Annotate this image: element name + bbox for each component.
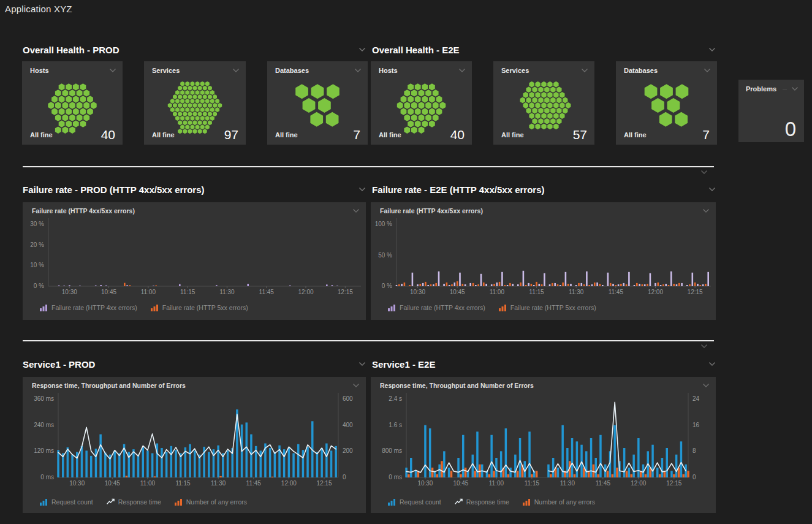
chevron-down-icon[interactable]	[359, 47, 366, 52]
chart-legend: Request countResponse timeNumber of any …	[40, 498, 247, 506]
svg-text:30 %: 30 %	[30, 221, 44, 227]
health-tile-databases-prod[interactable]: Databases All fine 7	[267, 61, 368, 145]
svg-text:11:45: 11:45	[246, 480, 262, 487]
svg-text:240 ms: 240 ms	[34, 422, 54, 428]
bar-chart-icon	[388, 304, 396, 311]
chevron-down-icon[interactable]	[708, 47, 716, 52]
bar-chart-icon	[40, 498, 48, 506]
section-title: Failure rate - E2E (HTTP 4xx/5xx errors)	[372, 184, 545, 195]
svg-text:12:15: 12:15	[666, 480, 681, 487]
svg-text:0 ms: 0 ms	[40, 474, 54, 480]
section-title: Failure rate - PROD (HTTP 4xx/5xx errors…	[23, 184, 205, 195]
status-label: All fine	[30, 131, 53, 139]
bar-chart-icon	[388, 498, 396, 506]
health-tiles-prod: Hosts All fine 40 Services All fine 97 D…	[22, 61, 368, 145]
health-tile-services-e2e[interactable]: Services All fine 57	[493, 61, 594, 145]
svg-text:1.6 s: 1.6 s	[389, 422, 402, 428]
failure-rate-chart[interactable]: 100 %50 %0 %10:3010:4511:0011:1511:3011:…	[371, 202, 716, 320]
problems-tile[interactable]: Problems 0	[738, 80, 804, 142]
chevron-down-icon[interactable]	[700, 170, 708, 175]
chevron-down-icon[interactable]	[791, 86, 799, 91]
section-header-service-prod: Service1 - PROD	[23, 359, 366, 370]
entity-count: 97	[224, 127, 238, 142]
bar-chart-icon	[523, 498, 531, 506]
legend-label: Failure rate (HTTP 4xx errors)	[51, 304, 137, 311]
chevron-down-icon[interactable]	[704, 68, 711, 73]
svg-text:10:45: 10:45	[453, 480, 468, 487]
svg-text:11:30: 11:30	[211, 480, 226, 487]
legend-item: Failure rate (HTTP 5xx errors)	[151, 304, 248, 311]
svg-text:0: 0	[343, 474, 346, 480]
section-header-health-e2e: Overall Health - E2E	[372, 44, 716, 55]
legend-label: Response time	[118, 498, 161, 506]
svg-text:0: 0	[692, 474, 696, 480]
svg-text:20 %: 20 %	[30, 241, 44, 248]
entity-count: 7	[353, 127, 360, 142]
section-header-health-prod: Overall Health - PROD	[23, 44, 366, 55]
svg-text:400: 400	[343, 422, 353, 428]
health-tile-services-prod[interactable]: Services All fine 97	[144, 61, 246, 145]
legend-item: Failure rate (HTTP 4xx errors)	[388, 304, 485, 311]
svg-text:360 ms: 360 ms	[34, 395, 54, 402]
tile-label: Services	[152, 67, 180, 74]
page-title: Application XYZ	[5, 4, 72, 14]
tile-label: Databases	[275, 67, 309, 74]
chevron-down-icon[interactable]	[359, 362, 366, 366]
entity-count: 57	[573, 127, 587, 142]
legend-item: Number of any errors	[523, 498, 595, 506]
legend-label: Failure rate (HTTP 5xx errors)	[162, 304, 248, 311]
health-tiles-e2e: Hosts All fine 40 Services All fine 57 D…	[371, 61, 717, 145]
health-tile-hosts-e2e[interactable]: Hosts All fine 40	[371, 61, 472, 145]
health-tile-databases-e2e[interactable]: Databases All fine 7	[616, 61, 717, 145]
svg-text:11:15: 11:15	[180, 289, 195, 295]
svg-text:120 ms: 120 ms	[34, 447, 54, 454]
legend-label: Failure rate (HTTP 5xx errors)	[510, 304, 596, 311]
bar-chart-icon	[40, 304, 48, 311]
chart-tile-failure-prod[interactable]: Failure rate (HTTP 4xx/5xx errors) 30 %2…	[23, 202, 366, 320]
svg-text:12:00: 12:00	[631, 480, 646, 487]
chevron-down-icon[interactable]	[708, 362, 716, 366]
chevron-down-icon[interactable]	[708, 187, 716, 192]
svg-text:10:30: 10:30	[410, 289, 425, 295]
svg-text:11:30: 11:30	[569, 289, 584, 295]
chevron-down-icon[interactable]	[581, 68, 588, 73]
line-chart-icon	[455, 498, 463, 506]
svg-text:10:45: 10:45	[105, 480, 120, 487]
line-chart-icon	[107, 498, 115, 506]
chevron-down-icon[interactable]	[359, 187, 366, 192]
legend-label: Number of any errors	[534, 498, 595, 506]
svg-text:12:15: 12:15	[688, 289, 703, 295]
status-label: All fine	[152, 131, 175, 139]
entity-count: 40	[450, 127, 465, 142]
section-header-service-e2e: Service1 - E2E	[372, 359, 716, 370]
section-title: Service1 - E2E	[372, 359, 435, 370]
chart-legend: Request countResponse timeNumber of any …	[388, 498, 595, 506]
svg-text:11:15: 11:15	[175, 480, 191, 487]
chevron-down-icon[interactable]	[354, 68, 362, 73]
section-header-failure-prod: Failure rate - PROD (HTTP 4xx/5xx errors…	[23, 184, 366, 195]
health-tile-hosts-prod[interactable]: Hosts All fine 40	[22, 61, 123, 145]
legend-label: Request count	[51, 498, 93, 506]
chevron-down-icon[interactable]	[700, 344, 708, 349]
tile-label: Services	[501, 67, 529, 74]
svg-text:10:30: 10:30	[69, 480, 85, 487]
chevron-down-icon[interactable]	[109, 68, 116, 73]
svg-text:10 %: 10 %	[30, 262, 44, 268]
chevron-down-icon[interactable]	[232, 68, 240, 73]
svg-text:12:15: 12:15	[316, 480, 332, 487]
problems-count: 0	[785, 118, 796, 141]
svg-text:11:00: 11:00	[490, 289, 505, 295]
service-metrics-chart[interactable]: 360 ms240 ms120 ms0 ms600400200010:3010:…	[23, 377, 366, 513]
svg-text:600: 600	[343, 395, 353, 402]
failure-rate-chart[interactable]: 30 %20 %10 %0 %10:3010:4511:0011:1511:30…	[23, 202, 366, 320]
chevron-down-icon[interactable]	[458, 68, 466, 73]
svg-text:10:45: 10:45	[450, 289, 465, 295]
chart-tile-failure-e2e[interactable]: Failure rate (HTTP 4xx/5xx errors) 100 %…	[371, 202, 716, 320]
section-title: Service1 - PROD	[23, 359, 95, 370]
section-title: Overall Health - E2E	[372, 45, 460, 55]
legend-item: Request count	[40, 498, 93, 506]
svg-text:11:45: 11:45	[259, 289, 275, 295]
service-metrics-chart[interactable]: 2.4 s1.6 s800 ms0 ms24168010:3010:4511:0…	[371, 377, 716, 513]
chart-tile-service-e2e[interactable]: Response time, Throughput and Number of …	[371, 377, 716, 513]
chart-tile-service-prod[interactable]: Response time, Throughput and Number of …	[23, 377, 366, 513]
